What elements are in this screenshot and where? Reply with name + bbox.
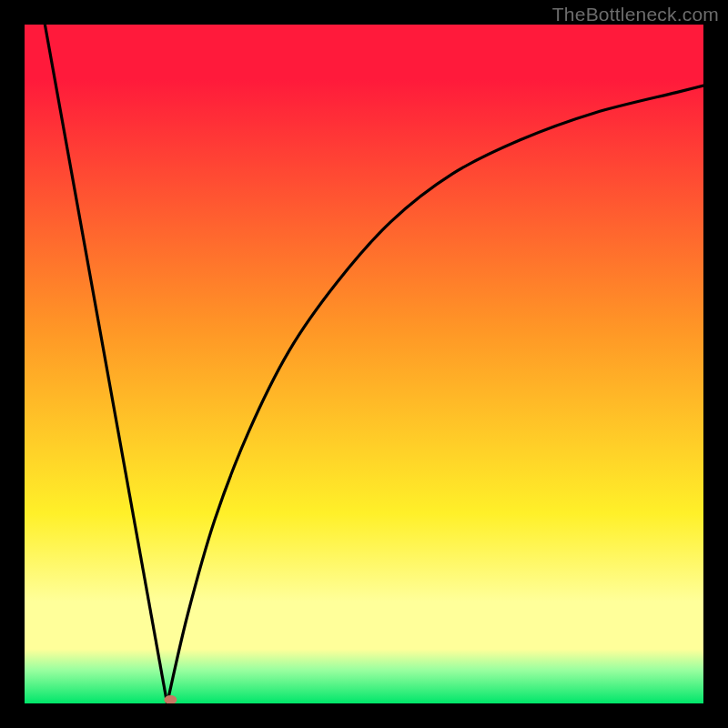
curve-left-branch — [45, 25, 167, 703]
watermark-text: TheBottleneck.com — [552, 4, 719, 25]
curve-right-branch — [167, 86, 703, 703]
chart-frame: TheBottleneck.com — [0, 0, 728, 728]
bottleneck-curve — [25, 25, 703, 703]
plot-area — [25, 25, 703, 703]
